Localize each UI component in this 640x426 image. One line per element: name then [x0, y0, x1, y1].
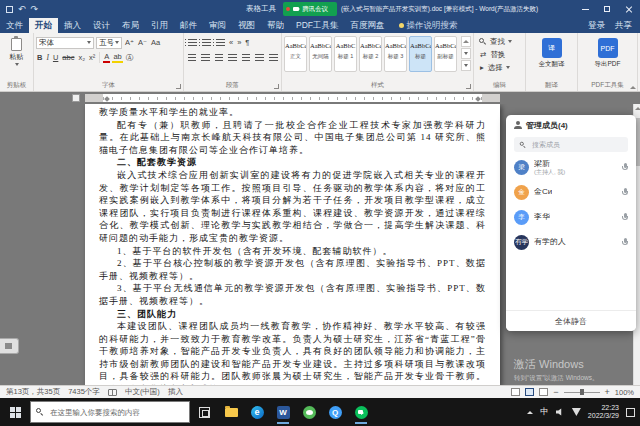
dialog-launcher-icon[interactable] — [274, 84, 279, 89]
font-name-select[interactable]: 宋体 — [36, 37, 94, 49]
read-mode-icon[interactable] — [511, 388, 520, 396]
style-item[interactable]: AaBbC标题 1 — [334, 36, 357, 72]
language-indicator[interactable]: 中文(中国) — [125, 387, 160, 397]
member-row[interactable]: 李 李华 — [506, 205, 636, 230]
network-icon[interactable] — [572, 408, 581, 416]
member-search-input[interactable] — [530, 140, 623, 149]
enclose-character-button[interactable]: Ⓐ — [125, 53, 135, 63]
tab-references[interactable]: 引用 — [145, 18, 174, 33]
superscript-button[interactable]: x² — [88, 53, 96, 62]
save-icon[interactable] — [6, 6, 13, 13]
full-text-translate-button[interactable]: 译 全文翻译 — [528, 35, 575, 69]
insert-mode[interactable]: 插入 — [168, 387, 183, 397]
action-center-icon[interactable] — [626, 408, 635, 417]
zoom-slider-thumb[interactable] — [580, 389, 584, 395]
word-app-icon[interactable] — [275, 404, 291, 420]
tab-file[interactable]: 文件 — [0, 18, 29, 33]
tab-mailings[interactable]: 邮件 — [174, 18, 203, 33]
font-size-select[interactable]: 五号 — [96, 37, 122, 49]
gallery-more-button[interactable] — [461, 60, 471, 71]
pilcrow-icon[interactable]: ¶ — [244, 38, 250, 47]
highlight-button[interactable]: ab — [112, 52, 122, 63]
align-left-icon[interactable] — [188, 54, 197, 61]
member-row[interactable]: 有学 有学的人 — [506, 230, 636, 255]
member-row[interactable]: 梁 梁新(主持人, 我) — [506, 155, 636, 180]
print-layout-icon[interactable] — [525, 388, 534, 396]
style-item[interactable]: AaBbCc无间隔 — [309, 36, 332, 72]
hidden-icons-chevron[interactable] — [527, 411, 533, 414]
wechat-app-icon[interactable] — [301, 404, 317, 420]
find-button[interactable]: 查找 — [476, 35, 523, 48]
start-button[interactable] — [0, 398, 30, 426]
tab-layout[interactable]: 布局 — [116, 18, 145, 33]
tab-baidu-netdisk[interactable]: 百度网盘 — [345, 18, 391, 33]
edge-browser-icon[interactable] — [249, 404, 265, 420]
microphone-icon[interactable] — [622, 163, 628, 172]
gallery-up-button[interactable] — [461, 36, 471, 47]
document-page[interactable]: 教学质量水平和学生的就业率。 配有专（兼）职教师，且聘请了一批校企合作企业工程技… — [85, 104, 500, 385]
change-case-button[interactable]: Aa — [150, 38, 161, 47]
style-item[interactable]: AaBbCcD标题 3 — [384, 36, 407, 72]
tab-insert[interactable]: 插入 — [58, 18, 87, 33]
share-button[interactable]: 共享 — [615, 20, 632, 32]
mute-all-button[interactable]: 全体静音 — [506, 310, 636, 331]
maximize-button[interactable] — [596, 0, 618, 18]
horizontal-ruler[interactable] — [85, 94, 500, 102]
tab-pdf-tools[interactable]: PDF工具集 — [290, 18, 345, 33]
dialog-launcher-icon[interactable] — [466, 84, 471, 89]
microphone-icon[interactable] — [622, 213, 628, 222]
numbered-list-icon[interactable] — [202, 39, 211, 46]
qq-app-icon[interactable] — [327, 404, 343, 420]
task-view-icon[interactable] — [199, 407, 210, 418]
bullet-list-icon[interactable] — [188, 39, 197, 46]
subscript-button[interactable]: x₂ — [77, 53, 86, 62]
scroll-up-icon[interactable] — [635, 107, 640, 110]
taskbar-search[interactable] — [30, 401, 190, 423]
close-button[interactable] — [618, 0, 640, 18]
increase-indent-icon[interactable]: » — [236, 38, 242, 47]
line-spacing-icon[interactable] — [242, 54, 251, 61]
dialog-launcher-icon[interactable] — [176, 84, 181, 89]
floating-widget[interactable] — [0, 338, 19, 354]
member-search[interactable] — [514, 137, 628, 152]
select-button[interactable]: ▸选择 — [476, 61, 523, 74]
tell-me-search[interactable]: 操作说明搜索 — [399, 18, 458, 33]
redo-icon[interactable]: ↷ — [31, 0, 39, 18]
tab-view[interactable]: 视图 — [232, 18, 261, 33]
undo-icon[interactable]: ↶ — [18, 0, 26, 18]
tab-help[interactable]: 帮助 — [261, 18, 290, 33]
microphone-icon[interactable] — [622, 188, 628, 197]
speaker-icon[interactable] — [556, 408, 565, 416]
tab-selector[interactable] — [72, 94, 80, 102]
microphone-icon[interactable] — [622, 238, 628, 247]
align-right-icon[interactable] — [215, 54, 224, 61]
collapse-ribbon-icon[interactable] — [630, 86, 636, 89]
file-explorer-icon[interactable] — [223, 404, 239, 420]
style-item[interactable]: AaBbCc标题 2 — [359, 36, 382, 72]
shading-icon[interactable] — [255, 54, 264, 61]
borders-icon[interactable] — [269, 54, 278, 61]
member-row[interactable]: 金 金Cи — [506, 180, 636, 205]
style-item-selected[interactable]: AaBbCcD标题 — [409, 36, 432, 72]
paste-button[interactable]: 粘贴 — [2, 35, 31, 66]
page-indicator[interactable]: 第13页，共35页 — [6, 387, 60, 397]
replace-button[interactable]: ⇄替换 — [476, 48, 523, 61]
zoom-out-button[interactable]: − — [553, 387, 558, 397]
meeting-mini-window[interactable]: 腾讯会议 — [283, 2, 337, 16]
taskbar-search-input[interactable] — [48, 407, 184, 418]
zoom-in-button[interactable]: + — [605, 387, 610, 397]
taskbar-clock[interactable]: 22:23 2022/3/29 — [588, 404, 619, 421]
web-layout-icon[interactable] — [539, 388, 548, 396]
align-center-icon[interactable] — [201, 54, 210, 61]
style-item[interactable]: AaBbCc正文 — [284, 36, 307, 72]
justify-icon[interactable] — [228, 54, 237, 61]
tab-review[interactable]: 审阅 — [203, 18, 232, 33]
tencent-meeting-app-icon[interactable] — [353, 404, 369, 420]
minimize-button[interactable] — [574, 0, 596, 18]
gallery-down-button[interactable] — [461, 48, 471, 59]
multilevel-list-icon[interactable] — [216, 39, 225, 46]
bold-button[interactable]: B — [36, 53, 43, 62]
sign-in-button[interactable]: 登录 — [588, 20, 605, 32]
underline-button[interactable]: U — [52, 53, 59, 62]
tab-design[interactable]: 设计 — [87, 18, 116, 33]
